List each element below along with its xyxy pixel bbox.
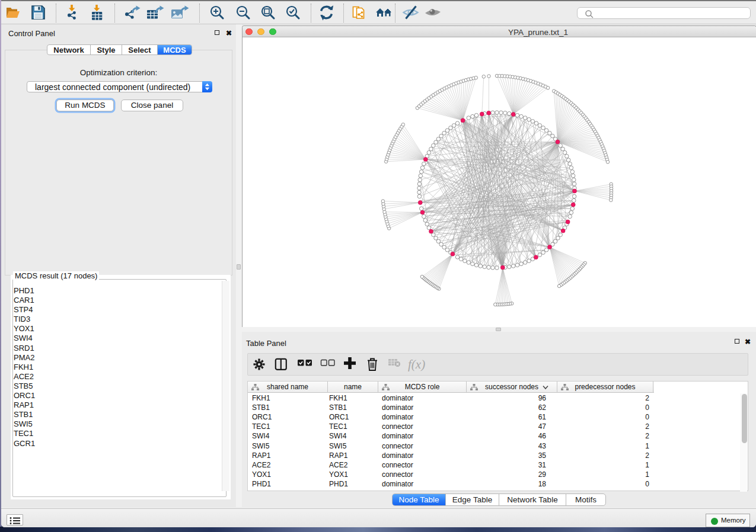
svg-text:f(x): f(x) xyxy=(408,357,425,371)
